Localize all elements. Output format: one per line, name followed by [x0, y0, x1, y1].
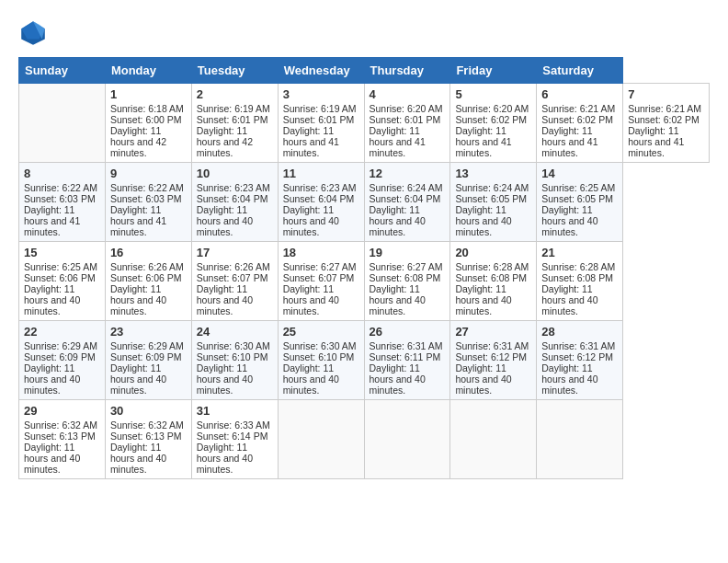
daylight-text: Daylight: 11 hours and 40 minutes. [370, 362, 426, 396]
sunset-text: Sunset: 6:10 PM [197, 351, 268, 362]
calendar-day-cell: 31Sunrise: 6:33 AMSunset: 6:14 PMDayligh… [191, 400, 278, 479]
sunrise-text: Sunrise: 6:29 AM [110, 340, 184, 351]
calendar-day-cell: 20Sunrise: 6:28 AMSunset: 6:08 PMDayligh… [450, 242, 537, 321]
calendar-day-cell: 25Sunrise: 6:30 AMSunset: 6:10 PMDayligh… [278, 321, 364, 400]
day-number: 6 [541, 87, 618, 101]
calendar-day-cell: 1Sunrise: 6:18 AMSunset: 6:00 PMDaylight… [105, 84, 191, 163]
daylight-text: Daylight: 11 hours and 41 minutes. [455, 125, 511, 158]
sunrise-text: Sunrise: 6:27 AM [370, 261, 443, 272]
calendar-day-cell: 14Sunrise: 6:25 AMSunset: 6:05 PMDayligh… [537, 163, 623, 242]
daylight-text: Daylight: 11 hours and 40 minutes. [197, 283, 253, 316]
day-number: 25 [283, 325, 359, 339]
sunset-text: Sunset: 6:01 PM [283, 114, 355, 125]
calendar-day-cell: 3Sunrise: 6:19 AMSunset: 6:01 PMDaylight… [278, 84, 364, 163]
sunset-text: Sunset: 6:03 PM [110, 193, 182, 204]
sunrise-text: Sunrise: 6:32 AM [110, 419, 184, 431]
calendar-day-cell: 11Sunrise: 6:23 AMSunset: 6:04 PMDayligh… [278, 163, 364, 242]
sunset-text: Sunset: 6:01 PM [197, 114, 268, 125]
calendar-day-cell: 12Sunrise: 6:24 AMSunset: 6:04 PMDayligh… [364, 163, 450, 242]
calendar-day-cell: 23Sunrise: 6:29 AMSunset: 6:09 PMDayligh… [105, 321, 191, 400]
sunset-text: Sunset: 6:08 PM [455, 272, 527, 283]
sunset-text: Sunset: 6:08 PM [370, 272, 441, 283]
daylight-text: Daylight: 11 hours and 42 minutes. [197, 125, 253, 158]
column-header-thursday: Thursday [364, 58, 450, 84]
daylight-text: Daylight: 11 hours and 41 minutes. [24, 204, 80, 237]
sunrise-text: Sunrise: 6:25 AM [541, 182, 615, 193]
sunrise-text: Sunrise: 6:21 AM [628, 103, 701, 114]
daylight-text: Daylight: 11 hours and 41 minutes. [110, 204, 166, 237]
day-number: 24 [197, 325, 273, 339]
column-header-saturday: Saturday [537, 58, 623, 84]
sunrise-text: Sunrise: 6:28 AM [455, 261, 529, 272]
calendar-day-cell: 18Sunrise: 6:27 AMSunset: 6:07 PMDayligh… [278, 242, 364, 321]
daylight-text: Daylight: 11 hours and 40 minutes. [24, 283, 80, 316]
sunset-text: Sunset: 6:01 PM [370, 114, 441, 125]
day-number: 17 [197, 246, 273, 259]
day-number: 30 [110, 404, 187, 418]
day-number: 27 [455, 325, 531, 339]
sunrise-text: Sunrise: 6:19 AM [283, 103, 357, 114]
daylight-text: Daylight: 11 hours and 40 minutes. [455, 362, 511, 396]
daylight-text: Daylight: 11 hours and 40 minutes. [283, 204, 339, 237]
daylight-text: Daylight: 11 hours and 40 minutes. [110, 362, 166, 396]
day-number: 28 [541, 325, 618, 339]
column-header-monday: Monday [105, 58, 191, 84]
calendar-day-cell [364, 400, 450, 479]
day-number: 3 [283, 87, 359, 101]
daylight-text: Daylight: 11 hours and 41 minutes. [628, 125, 684, 158]
sunset-text: Sunset: 6:09 PM [110, 351, 182, 362]
calendar-day-cell: 28Sunrise: 6:31 AMSunset: 6:12 PMDayligh… [537, 321, 623, 400]
sunrise-text: Sunrise: 6:28 AM [541, 261, 615, 272]
calendar-week-row: 22Sunrise: 6:29 AMSunset: 6:09 PMDayligh… [19, 321, 710, 400]
sunset-text: Sunset: 6:13 PM [24, 431, 96, 442]
sunset-text: Sunset: 6:14 PM [197, 431, 268, 442]
day-number: 20 [455, 246, 531, 259]
logo [18, 18, 51, 48]
sunrise-text: Sunrise: 6:33 AM [197, 419, 270, 431]
sunset-text: Sunset: 6:02 PM [541, 114, 613, 125]
calendar-day-cell: 27Sunrise: 6:31 AMSunset: 6:12 PMDayligh… [450, 321, 537, 400]
day-number: 1 [110, 87, 187, 101]
day-number: 13 [455, 167, 531, 180]
sunrise-text: Sunrise: 6:19 AM [197, 103, 270, 114]
sunrise-text: Sunrise: 6:32 AM [24, 419, 97, 431]
logo-icon [18, 18, 48, 48]
sunrise-text: Sunrise: 6:26 AM [110, 261, 184, 272]
calendar-day-cell: 30Sunrise: 6:32 AMSunset: 6:13 PMDayligh… [105, 400, 191, 479]
calendar-day-cell: 8Sunrise: 6:22 AMSunset: 6:03 PMDaylight… [19, 163, 106, 242]
sunrise-text: Sunrise: 6:27 AM [283, 261, 357, 272]
day-number: 15 [24, 246, 100, 259]
daylight-text: Daylight: 11 hours and 40 minutes. [370, 204, 426, 237]
sunset-text: Sunset: 6:07 PM [283, 272, 355, 283]
sunset-text: Sunset: 6:06 PM [110, 272, 182, 283]
calendar-day-cell: 19Sunrise: 6:27 AMSunset: 6:08 PMDayligh… [364, 242, 450, 321]
daylight-text: Daylight: 11 hours and 40 minutes. [370, 283, 426, 316]
daylight-text: Daylight: 11 hours and 40 minutes. [455, 204, 511, 237]
day-number: 14 [541, 167, 618, 180]
sunrise-text: Sunrise: 6:31 AM [455, 340, 529, 351]
sunset-text: Sunset: 6:07 PM [197, 272, 268, 283]
daylight-text: Daylight: 11 hours and 41 minutes. [541, 125, 597, 158]
sunset-text: Sunset: 6:05 PM [455, 193, 527, 204]
calendar-day-cell: 4Sunrise: 6:20 AMSunset: 6:01 PMDaylight… [364, 84, 450, 163]
sunrise-text: Sunrise: 6:24 AM [455, 182, 529, 193]
sunset-text: Sunset: 6:12 PM [455, 351, 527, 362]
calendar-day-cell: 9Sunrise: 6:22 AMSunset: 6:03 PMDaylight… [105, 163, 191, 242]
day-number: 11 [283, 167, 359, 180]
column-header-friday: Friday [450, 58, 537, 84]
sunset-text: Sunset: 6:05 PM [541, 193, 613, 204]
calendar-day-cell: 13Sunrise: 6:24 AMSunset: 6:05 PMDayligh… [450, 163, 537, 242]
daylight-text: Daylight: 11 hours and 40 minutes. [197, 362, 253, 396]
sunrise-text: Sunrise: 6:29 AM [24, 340, 97, 351]
daylight-text: Daylight: 11 hours and 40 minutes. [197, 204, 253, 237]
sunset-text: Sunset: 6:12 PM [541, 351, 613, 362]
day-number: 29 [24, 404, 100, 418]
page-header [18, 18, 710, 48]
calendar-day-cell: 6Sunrise: 6:21 AMSunset: 6:02 PMDaylight… [537, 84, 623, 163]
sunrise-text: Sunrise: 6:26 AM [197, 261, 270, 272]
calendar-day-cell: 24Sunrise: 6:30 AMSunset: 6:10 PMDayligh… [191, 321, 278, 400]
sunrise-text: Sunrise: 6:21 AM [541, 103, 615, 114]
sunset-text: Sunset: 6:02 PM [628, 114, 700, 125]
daylight-text: Daylight: 11 hours and 41 minutes. [283, 125, 339, 158]
day-number: 12 [370, 167, 446, 180]
